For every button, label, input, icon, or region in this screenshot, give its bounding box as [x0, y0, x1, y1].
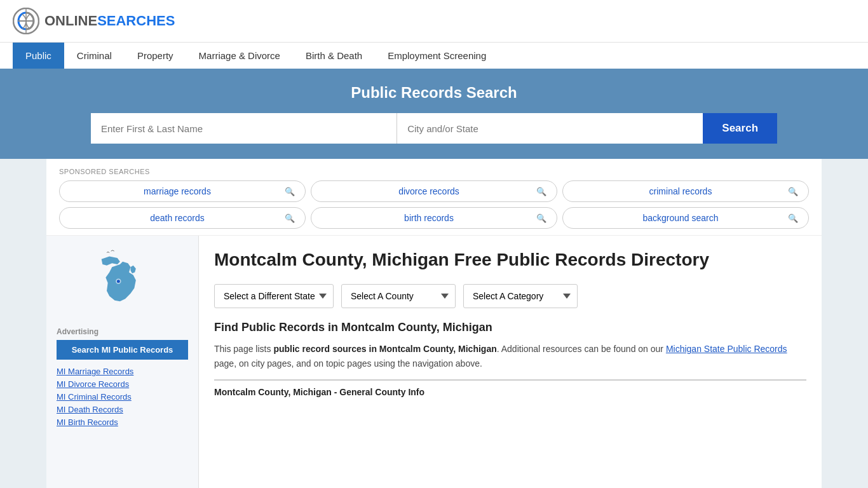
sponsored-section: SPONSORED SEARCHES marriage records 🔍 di… — [46, 159, 822, 236]
location-input[interactable] — [397, 113, 703, 144]
search-icon: 🔍 — [285, 214, 295, 223]
sponsored-link-death[interactable]: death records — [70, 213, 285, 223]
sponsored-item[interactable]: birth records 🔍 — [311, 207, 557, 229]
hero-section: Public Records Search Search — [0, 69, 868, 159]
hero-title: Public Records Search — [13, 84, 855, 102]
sponsored-link-criminal[interactable]: criminal records — [573, 186, 788, 196]
search-icon: 🔍 — [788, 214, 798, 223]
sidebar-link-death[interactable]: MI Death Records — [57, 405, 123, 414]
general-info-label: Montcalm County, Michigan - General Coun… — [214, 387, 424, 397]
nav-birth-death[interactable]: Birth & Death — [293, 43, 375, 69]
logo-icon — [13, 8, 39, 34]
search-icon: 🔍 — [536, 214, 546, 223]
sidebar-link-birth[interactable]: MI Birth Records — [57, 417, 118, 427]
state-dropdown[interactable]: Select a Different State — [214, 284, 334, 308]
search-icon: 🔍 — [788, 187, 798, 196]
nav-criminal[interactable]: Criminal — [64, 43, 125, 69]
category-dropdown[interactable]: Select A Category — [463, 284, 578, 308]
list-item: MI Criminal Records — [57, 391, 188, 402]
nav-public[interactable]: Public — [13, 43, 64, 69]
sponsored-item[interactable]: background search 🔍 — [562, 207, 809, 229]
header: ONLINESEARCHES — [0, 0, 868, 42]
nav-marriage-divorce[interactable]: Marriage & Divorce — [186, 43, 293, 69]
sponsored-grid: marriage records 🔍 divorce records 🔍 cri… — [59, 180, 809, 229]
sponsored-link-divorce[interactable]: divorce records — [322, 186, 536, 196]
search-icon: 🔍 — [285, 187, 295, 196]
sponsored-item[interactable]: marriage records 🔍 — [59, 180, 306, 202]
sponsored-label: SPONSORED SEARCHES — [59, 168, 809, 175]
find-records-title: Find Public Records in Montcalm County, … — [214, 321, 806, 334]
list-item: MI Marriage Records — [57, 366, 188, 376]
nav-employment[interactable]: Employment Screening — [375, 43, 499, 69]
sidebar-ad-button[interactable]: Search MI Public Records — [57, 340, 188, 360]
sponsored-item[interactable]: death records 🔍 — [59, 207, 306, 229]
sidebar-links: MI Marriage Records MI Divorce Records M… — [57, 366, 188, 427]
logo-text: ONLINESEARCHES — [44, 13, 175, 29]
michigan-map-icon — [91, 248, 154, 317]
list-item: MI Death Records — [57, 404, 188, 414]
list-item: MI Birth Records — [57, 417, 188, 427]
sponsored-link-birth[interactable]: birth records — [322, 213, 536, 223]
sponsored-item[interactable]: divorce records 🔍 — [311, 180, 557, 202]
page-title: Montcalm County, Michigan Free Public Re… — [214, 248, 806, 271]
logo[interactable]: ONLINESEARCHES — [13, 8, 175, 34]
dropdowns-row: Select a Different State Select A County… — [214, 284, 806, 308]
search-button[interactable]: Search — [703, 113, 777, 144]
county-dropdown[interactable]: Select A County — [341, 284, 456, 308]
svg-point-4 — [116, 280, 119, 283]
michigan-state-link[interactable]: Michigan State Public Records — [666, 344, 787, 354]
sidebar: Advertising Search MI Public Records MI … — [46, 236, 199, 488]
main-content: Montcalm County, Michigan Free Public Re… — [199, 236, 822, 488]
sponsored-item[interactable]: criminal records 🔍 — [562, 180, 809, 202]
nav-property[interactable]: Property — [125, 43, 186, 69]
sidebar-link-divorce[interactable]: MI Divorce Records — [57, 379, 129, 389]
search-bar: Search — [91, 113, 777, 144]
sponsored-link-background[interactable]: background search — [573, 213, 788, 223]
main-nav: Public Criminal Property Marriage & Divo… — [0, 42, 868, 69]
general-info-bar: Montcalm County, Michigan - General Coun… — [214, 379, 806, 397]
list-item: MI Divorce Records — [57, 379, 188, 389]
search-icon: 🔍 — [536, 187, 546, 196]
description-text: This page lists public record sources in… — [214, 342, 806, 370]
sidebar-link-marriage[interactable]: MI Marriage Records — [57, 367, 133, 376]
sponsored-link-marriage[interactable]: marriage records — [70, 186, 285, 196]
sidebar-ad-label: Advertising — [57, 327, 188, 336]
main-wrapper: SPONSORED SEARCHES marriage records 🔍 di… — [46, 159, 822, 488]
body-layout: Advertising Search MI Public Records MI … — [46, 236, 822, 488]
name-input[interactable] — [91, 113, 397, 144]
sidebar-link-criminal[interactable]: MI Criminal Records — [57, 392, 132, 402]
